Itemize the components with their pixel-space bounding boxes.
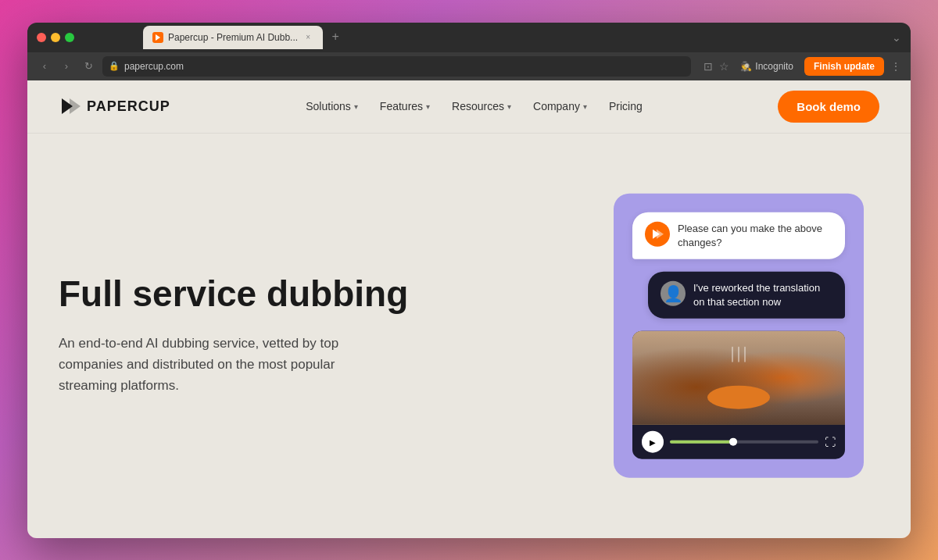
agent-face-icon: 👤 xyxy=(664,284,683,303)
steam-line-3 xyxy=(744,347,746,362)
video-progress-bar[interactable] xyxy=(670,441,818,444)
user-message: Please can you make the above changes? xyxy=(678,221,832,249)
nav-resources[interactable]: Resources ▾ xyxy=(442,95,521,117)
bookmark-icon[interactable]: ☆ xyxy=(719,60,729,73)
tab-title: Papercup - Premium AI Dubb... xyxy=(168,32,298,43)
active-tab[interactable]: Papercup - Premium AI Dubb... × xyxy=(143,26,323,49)
site-nav: PAPERCUP Solutions ▾ Features ▾ Resource… xyxy=(27,80,911,134)
kebab-menu-icon[interactable]: ⋮ xyxy=(890,60,901,73)
finish-update-label: Finish update xyxy=(814,61,875,72)
nav-pricing-label: Pricing xyxy=(609,100,643,112)
video-progress-dot xyxy=(729,438,737,446)
close-button[interactable] xyxy=(37,33,46,42)
user-avatar xyxy=(645,221,670,246)
tab-bar: Papercup - Premium AI Dubb... × + xyxy=(81,26,886,49)
papercup-logo-small xyxy=(651,227,664,240)
chat-bubble-agent: 👤 I've reworked the translation on that … xyxy=(648,272,845,319)
chat-bubble-user: Please can you make the above changes? xyxy=(632,212,845,259)
pan-shape xyxy=(707,386,770,409)
fullscreen-button[interactable]: ⛶ xyxy=(825,436,836,448)
features-chevron: ▾ xyxy=(426,102,430,111)
nav-features[interactable]: Features ▾ xyxy=(371,95,439,117)
company-chevron: ▾ xyxy=(583,102,587,111)
play-icon: ▶ xyxy=(650,437,656,446)
book-demo-label: Book demo xyxy=(797,100,861,113)
browser-chrome: Papercup - Premium AI Dubb... × + ⌄ ‹ › … xyxy=(27,23,911,80)
logo-text: PAPERCUP xyxy=(87,98,170,115)
nav-pricing[interactable]: Pricing xyxy=(600,95,652,117)
solutions-chevron: ▾ xyxy=(354,102,358,111)
cast-icon[interactable]: ⊡ xyxy=(704,60,713,73)
nav-resources-label: Resources xyxy=(452,100,504,112)
tab-close-button[interactable]: × xyxy=(303,32,313,43)
address-bar: ‹ › ↻ 🔒 papercup.com ⊡ ☆ 🕵 Incognito Fin… xyxy=(27,52,911,80)
url-display: papercup.com xyxy=(124,61,685,72)
website-content: PAPERCUP Solutions ▾ Features ▾ Resource… xyxy=(27,80,911,538)
nav-solutions[interactable]: Solutions ▾ xyxy=(296,95,367,117)
steam-line-1 xyxy=(732,347,733,362)
finish-update-button[interactable]: Finish update xyxy=(804,57,884,76)
book-demo-button[interactable]: Book demo xyxy=(778,91,879,123)
hero-text: Full service dubbing An end-to-end AI du… xyxy=(59,274,408,396)
traffic-lights xyxy=(37,33,74,42)
new-tab-button[interactable]: + xyxy=(326,27,345,46)
minimize-button[interactable] xyxy=(51,33,60,42)
browser-window: Papercup - Premium AI Dubb... × + ⌄ ‹ › … xyxy=(27,23,911,538)
logo-icon xyxy=(59,95,81,117)
resources-chevron: ▾ xyxy=(507,102,511,111)
steam-decoration xyxy=(732,347,746,362)
site-logo[interactable]: PAPERCUP xyxy=(59,95,170,117)
video-thumbnail xyxy=(632,331,845,425)
cooking-scene xyxy=(632,331,845,425)
window-controls-icon[interactable]: ⌄ xyxy=(892,31,901,44)
nav-company-label: Company xyxy=(533,100,580,112)
nav-features-label: Features xyxy=(380,100,423,112)
agent-message: I've reworked the translation on that se… xyxy=(693,281,832,309)
video-progress-fill xyxy=(670,441,737,444)
hero-section: Full service dubbing An end-to-end AI du… xyxy=(27,134,911,538)
hero-subtitle: An end-to-end AI dubbing service, vetted… xyxy=(59,333,356,397)
svg-marker-4 xyxy=(657,229,664,238)
video-controls: ▶ ⛶ xyxy=(632,425,845,459)
forward-button[interactable]: › xyxy=(59,59,74,74)
agent-avatar: 👤 xyxy=(661,281,686,306)
lock-icon: 🔒 xyxy=(109,61,120,71)
address-input[interactable]: 🔒 papercup.com xyxy=(102,56,691,77)
nav-company[interactable]: Company ▾ xyxy=(524,95,596,117)
video-card: ▶ ⛶ xyxy=(632,331,845,459)
svg-marker-0 xyxy=(156,34,160,41)
hero-title: Full service dubbing xyxy=(59,274,408,314)
nav-links: Solutions ▾ Features ▾ Resources ▾ Compa… xyxy=(296,95,651,117)
steam-line-2 xyxy=(738,347,739,362)
title-bar: Papercup - Premium AI Dubb... × + ⌄ xyxy=(27,23,911,52)
nav-solutions-label: Solutions xyxy=(306,100,351,112)
incognito-icon: 🕵 xyxy=(740,61,752,72)
play-button[interactable]: ▶ xyxy=(642,431,664,453)
reload-button[interactable]: ↻ xyxy=(81,59,96,74)
maximize-button[interactable] xyxy=(65,33,74,42)
back-button[interactable]: ‹ xyxy=(37,59,52,74)
svg-marker-2 xyxy=(70,98,81,114)
incognito-label: Incognito xyxy=(755,61,793,72)
chat-widget: Please can you make the above changes? 👤… xyxy=(614,193,864,478)
tab-favicon xyxy=(152,32,163,43)
incognito-badge: 🕵 Incognito xyxy=(736,59,798,73)
browser-actions: ⊡ ☆ 🕵 Incognito Finish update ⋮ xyxy=(704,57,901,76)
